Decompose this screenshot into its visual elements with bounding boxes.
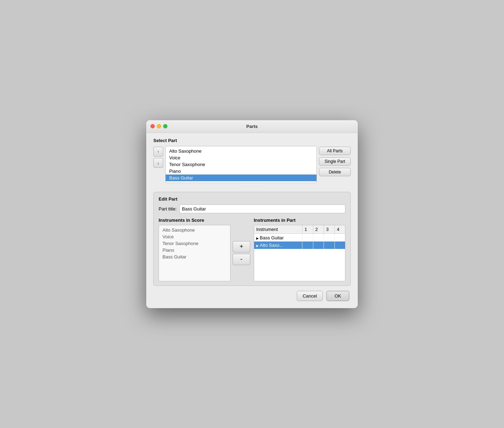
list-item[interactable]: Voice — [166, 154, 316, 161]
add-remove-buttons: + - — [233, 225, 250, 281]
add-instrument-button[interactable]: + — [233, 241, 250, 252]
titlebar: Parts — [146, 120, 358, 133]
expand-icon: ▶ — [256, 244, 259, 247]
score-list: Alto Saxophone Voice Tenor Saxophone Pia… — [159, 227, 230, 260]
select-part-label: Select Part — [153, 138, 351, 143]
col-1 — [302, 241, 313, 249]
instruments-part-label: Instruments in Part — [254, 218, 345, 223]
parts-dialog: Parts Select Part ↑ ↓ Alto Saxophone Voi… — [146, 120, 358, 308]
list-item[interactable]: Alto Saxophone — [166, 148, 316, 154]
list-item[interactable]: Piano — [159, 247, 230, 253]
instruments-score: Instruments in Score Alto Saxophone Voic… — [159, 218, 250, 281]
move-up-button[interactable]: ↑ — [153, 147, 163, 157]
col-3 — [324, 233, 335, 241]
instruments-score-label: Instruments in Score — [159, 218, 250, 223]
move-down-button[interactable]: ↓ — [153, 158, 163, 168]
list-item[interactable]: Bass Guitar — [159, 253, 230, 260]
instrument-name: ▶Bass Guitar — [254, 233, 302, 241]
list-item[interactable]: Tenor Saxophone — [159, 240, 230, 247]
cancel-button[interactable]: Cancel — [297, 291, 323, 301]
col-4 — [334, 233, 345, 241]
list-item[interactable]: Voice — [159, 233, 230, 240]
close-button[interactable] — [150, 124, 155, 128]
col-2 — [313, 233, 324, 241]
score-list-box: Alto Saxophone Voice Tenor Saxophone Pia… — [159, 225, 231, 281]
instruments-score-inner: Alto Saxophone Voice Tenor Saxophone Pia… — [159, 225, 250, 281]
list-item[interactable]: Bass Guitar — [166, 175, 316, 181]
instruments-part: Instruments in Part Instrument 1 2 3 4 — [254, 218, 345, 281]
list-item[interactable]: Piano — [166, 168, 316, 175]
select-part-row: ↑ ↓ Alto Saxophone Voice Tenor Saxophone… — [153, 146, 351, 183]
bottom-buttons: Cancel OK — [153, 291, 351, 302]
table-row[interactable]: ▶Bass Guitar — [254, 233, 345, 241]
remove-instrument-button[interactable]: - — [233, 254, 250, 265]
col-header-2: 2 — [313, 225, 324, 234]
part-title-row: Part title: — [159, 204, 345, 213]
single-part-button[interactable]: Single Part — [319, 157, 351, 166]
minimize-button[interactable] — [157, 124, 161, 128]
select-part-section: Select Part ↑ ↓ Alto Saxophone Voice Ten… — [153, 138, 351, 188]
part-title-label: Part title: — [159, 206, 177, 212]
table-row[interactable]: ▶Alto Saxo... — [254, 241, 345, 249]
col-header-1: 1 — [302, 225, 313, 234]
parts-list: Alto Saxophone Voice Tenor Saxophone Pia… — [166, 146, 316, 183]
part-table: Instrument 1 2 3 4 ▶Bass Guitar — [254, 225, 345, 249]
col-4 — [334, 241, 345, 249]
traffic-lights — [150, 124, 167, 128]
edit-part-section: Edit Part Part title: Instruments in Sco… — [153, 192, 351, 286]
col-header-instrument: Instrument — [254, 225, 302, 234]
col-header-4: 4 — [334, 225, 345, 234]
expand-icon: ▶ — [256, 237, 259, 240]
col-3 — [324, 241, 335, 249]
parts-list-container: Alto Saxophone Voice Tenor Saxophone Pia… — [165, 146, 317, 183]
col-2 — [313, 241, 324, 249]
divider: · · · · · · — [153, 184, 351, 188]
dialog-body: Select Part ↑ ↓ Alto Saxophone Voice Ten… — [146, 133, 358, 308]
edit-part-label: Edit Part — [159, 196, 345, 202]
arrow-buttons: ↑ ↓ — [153, 147, 163, 168]
col-header-3: 3 — [324, 225, 335, 234]
right-buttons: All Parts Single Part Delete — [319, 147, 351, 176]
col-1 — [302, 233, 313, 241]
part-table-box: Instrument 1 2 3 4 ▶Bass Guitar — [254, 225, 345, 281]
dialog-title: Parts — [152, 124, 352, 129]
instrument-name: ▶Alto Saxo... — [254, 241, 302, 249]
delete-button[interactable]: Delete — [319, 168, 351, 176]
part-title-input[interactable] — [179, 204, 345, 213]
ok-button[interactable]: OK — [326, 291, 349, 301]
list-item[interactable]: Alto Saxophone — [159, 227, 230, 233]
maximize-button[interactable] — [163, 124, 167, 128]
all-parts-button[interactable]: All Parts — [319, 147, 351, 155]
instruments-row: Instruments in Score Alto Saxophone Voic… — [159, 218, 345, 281]
list-item[interactable]: Tenor Saxophone — [166, 161, 316, 168]
